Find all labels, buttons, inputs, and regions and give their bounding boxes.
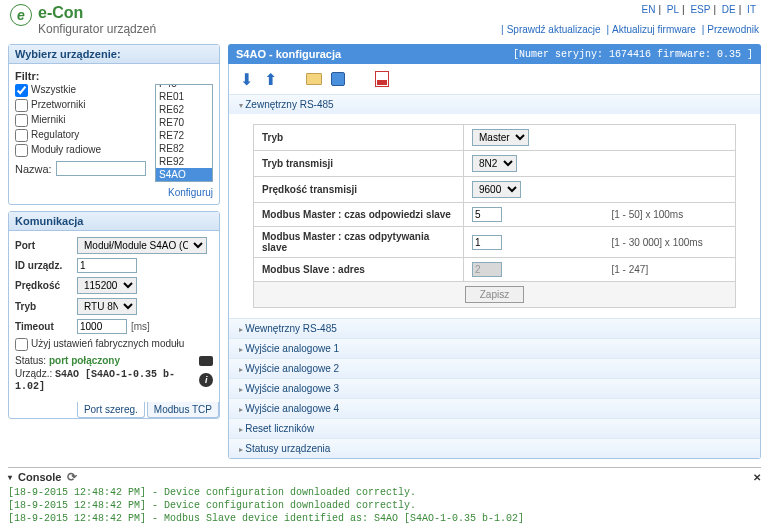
table-row: TrybMaster <box>254 125 736 151</box>
communication-panel: Komunikacja PortModuł/Module S4AO (COM7)… <box>8 211 220 419</box>
filter-label: Filtr: <box>15 70 213 82</box>
accordion: Zewnętrzny RS-485 TrybMaster Tryb transm… <box>228 94 761 459</box>
console-title: Console <box>18 471 61 483</box>
tab-serial-port[interactable]: Port szereg. <box>77 402 145 418</box>
communication-title: Komunikacja <box>9 212 219 231</box>
device-select-panel: Wybierz urządzenie: Filtr: Wszystkie Prz… <box>8 44 220 205</box>
acc-section[interactable]: Wyjście analogowe 2 <box>229 359 760 378</box>
mode-ext-select[interactable]: Master <box>472 129 529 146</box>
device-list-item[interactable]: RE62 <box>156 103 212 116</box>
device-list[interactable]: P30PP30UP41P43RE01RE62RE70RE72RE82RE92S4… <box>155 84 213 182</box>
device-list-item[interactable]: RE82 <box>156 142 212 155</box>
device-label: Urządz.: <box>15 368 52 379</box>
factory-settings-check[interactable]: Użyj ustawień fabrycznych modułu <box>15 338 184 349</box>
console-collapse-icon[interactable]: ▾ <box>8 473 12 482</box>
name-label: Nazwa: <box>15 163 52 175</box>
console-line: [18-9-2015 12:48:42 PM] - Modbus Slave d… <box>8 512 761 524</box>
mode-label: Tryb <box>15 301 73 312</box>
save-button[interactable]: Zapisz <box>465 286 524 303</box>
link-check-updates[interactable]: Sprawdź aktualizacje <box>507 24 601 35</box>
export-pdf-icon[interactable] <box>373 70 391 88</box>
table-row: Tryb transmisji8N2 <box>254 151 736 177</box>
acc-section[interactable]: Wyjście analogowe 3 <box>229 379 760 398</box>
link-guide[interactable]: Przewodnik <box>707 24 759 35</box>
port-select[interactable]: Moduł/Module S4AO (COM7) <box>77 237 207 254</box>
configure-link[interactable]: Konfiguruj <box>168 187 213 198</box>
acc-section[interactable]: Statusy urządzenia <box>229 439 760 458</box>
filter-meters[interactable]: Mierniki <box>15 114 155 127</box>
tab-modbus-tcp[interactable]: Modbus TCP <box>147 402 219 418</box>
slave-addr-input <box>472 262 502 277</box>
console-close-icon[interactable]: ✕ <box>753 472 761 483</box>
timeout-label: Timeout <box>15 321 73 332</box>
acc-section[interactable]: Wewnętrzny RS-485 <box>229 319 760 338</box>
config-title: S4AO - konfiguracja <box>236 48 341 60</box>
logo-icon: e <box>10 4 32 26</box>
plug-icon[interactable] <box>199 356 213 366</box>
id-input[interactable] <box>77 258 137 273</box>
app-title: e-Con <box>38 4 156 22</box>
poll-time-input[interactable] <box>472 235 502 250</box>
header: e e-Con Konfigurator urządzeń EN| PL| ES… <box>0 0 769 38</box>
console-line: [18-9-2015 12:48:42 PM] - Device configu… <box>8 499 761 512</box>
acc-section[interactable]: Wyjście analogowe 4 <box>229 399 760 418</box>
acc-external-rs485[interactable]: Zewnętrzny RS-485 <box>229 95 760 114</box>
resp-time-input[interactable] <box>472 207 502 222</box>
table-row: Modbus Slave : adres[1 - 247] <box>254 258 736 282</box>
console-panel: ▾ Console ⟳ ✕ [18-9-2015 12:48:42 PM] - … <box>8 467 761 524</box>
name-input[interactable] <box>56 161 146 176</box>
save-row: Zapisz <box>254 282 736 308</box>
table-row: Prędkość transmisji9600 <box>254 177 736 203</box>
save-disk-icon[interactable] <box>329 70 347 88</box>
trans-speed-select[interactable]: 9600 <box>472 181 521 198</box>
device-list-item[interactable]: RE72 <box>156 129 212 142</box>
timeout-unit: [ms] <box>131 321 150 332</box>
upload-icon[interactable]: ⬆ <box>261 70 279 88</box>
status-value: port połączony <box>49 355 120 366</box>
link-update-firmware[interactable]: Aktualizuj firmware <box>612 24 696 35</box>
lang-pl[interactable]: PL <box>667 4 679 15</box>
trans-mode-select[interactable]: 8N2 <box>472 155 517 172</box>
app-subtitle: Konfigurator urządzeń <box>38 22 156 36</box>
device-list-item[interactable]: RE92 <box>156 155 212 168</box>
lang-de[interactable]: DE <box>722 4 736 15</box>
table-row: Modbus Master : czas odpowiedzi slave[1 … <box>254 203 736 227</box>
device-select-title: Wybierz urządzenie: <box>9 45 219 64</box>
mode-select[interactable]: RTU 8N2 <box>77 298 137 315</box>
acc-section[interactable]: Wyjście analogowe 1 <box>229 339 760 358</box>
lang-en[interactable]: EN <box>641 4 655 15</box>
lang-esp[interactable]: ESP <box>690 4 710 15</box>
filter-regulators[interactable]: Regulatory <box>15 129 155 142</box>
filter-converters[interactable]: Przetworniki <box>15 99 155 112</box>
download-icon[interactable]: ⬇ <box>237 70 255 88</box>
timeout-input[interactable] <box>77 319 127 334</box>
top-links: |Sprawdź aktualizacje |Aktualizuj firmwa… <box>498 24 759 35</box>
console-body: [18-9-2015 12:48:42 PM] - Device configu… <box>8 486 761 524</box>
open-folder-icon[interactable] <box>305 70 323 88</box>
speed-label: Prędkość <box>15 280 73 291</box>
console-line: [18-9-2015 12:48:42 PM] - Device configu… <box>8 486 761 499</box>
info-icon[interactable]: i <box>199 373 213 387</box>
config-table: TrybMaster Tryb transmisji8N2 Prędkość t… <box>253 124 736 308</box>
serial-info: [Numer seryjny: 1674416 firmware: 0.35 ] <box>513 49 753 60</box>
port-label: Port <box>15 240 73 251</box>
lang-it[interactable]: IT <box>747 4 756 15</box>
language-switcher: EN| PL| ESP| DE| IT <box>638 4 759 15</box>
device-list-item[interactable]: RE01 <box>156 90 212 103</box>
speed-select[interactable]: 115200 <box>77 277 137 294</box>
console-refresh-icon[interactable]: ⟳ <box>67 470 77 484</box>
filter-all[interactable]: Wszystkie <box>15 84 155 97</box>
config-titlebar: S4AO - konfiguracja [Numer seryjny: 1674… <box>228 44 761 64</box>
device-list-item[interactable]: S4AO <box>156 168 212 181</box>
toolbar: ⬇ ⬆ <box>228 64 761 94</box>
filter-radio[interactable]: Moduły radiowe <box>15 144 155 157</box>
status-label: Status: <box>15 355 46 366</box>
id-label: ID urządz. <box>15 260 73 271</box>
table-row: Modbus Master : czas odpytywania slave[1… <box>254 227 736 258</box>
device-list-item[interactable]: RE70 <box>156 116 212 129</box>
acc-section[interactable]: Reset liczników <box>229 419 760 438</box>
